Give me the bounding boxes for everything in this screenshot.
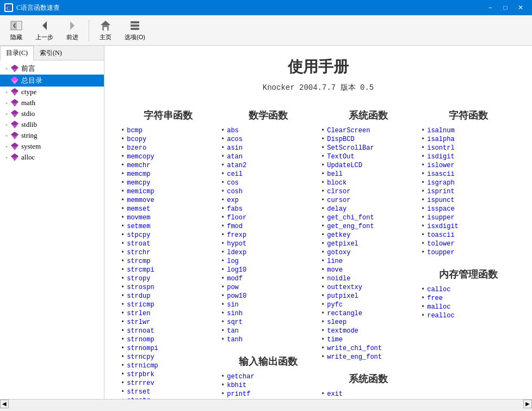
func-link[interactable]: fabs — [227, 205, 243, 213]
list-item[interactable]: get_chi_font — [321, 213, 416, 222]
func-link[interactable]: stropy — [127, 275, 150, 283]
list-item[interactable]: modf — [221, 274, 316, 283]
list-item[interactable]: write_chi_font — [321, 344, 416, 353]
home-button[interactable]: 主页 — [94, 16, 117, 44]
func-link[interactable]: delay — [327, 205, 347, 213]
func-link[interactable]: isxdigit — [427, 223, 459, 230]
func-link[interactable]: memmove — [127, 197, 154, 204]
func-link[interactable]: stroat — [127, 240, 150, 248]
list-item[interactable]: free — [421, 294, 516, 303]
func-link[interactable]: bcopy — [127, 136, 146, 143]
func-link[interactable]: strospn — [127, 284, 154, 291]
func-link[interactable]: get_eng_font — [327, 223, 374, 230]
func-link[interactable]: tolower — [427, 240, 454, 248]
func-link[interactable]: strcmpi — [127, 266, 154, 274]
list-item[interactable]: exp — [221, 196, 316, 205]
func-link[interactable]: free — [427, 295, 443, 302]
list-item[interactable]: fabs — [221, 205, 316, 213]
list-item[interactable]: strnompi — [121, 344, 215, 353]
func-link[interactable]: toascii — [427, 231, 454, 239]
list-item[interactable]: fmod — [221, 222, 316, 231]
list-item[interactable]: sin — [221, 300, 316, 309]
scroll-right-button[interactable]: ▶ — [523, 400, 532, 408]
list-item[interactable]: isontrl — [421, 144, 516, 152]
func-link[interactable]: memcmp — [127, 170, 150, 178]
func-link[interactable]: kbhit — [227, 382, 246, 389]
func-link[interactable]: cursor — [327, 197, 350, 204]
list-item[interactable]: realloc — [421, 311, 516, 320]
list-item[interactable]: kbhit — [221, 381, 316, 390]
list-item[interactable]: ceil — [221, 170, 316, 179]
func-link[interactable]: get_chi_font — [327, 214, 374, 222]
list-item[interactable]: toupper — [421, 248, 516, 257]
func-link[interactable]: memcopy — [127, 153, 154, 161]
func-link[interactable]: bzero — [127, 144, 146, 152]
func-link[interactable]: sinh — [227, 310, 243, 317]
func-link[interactable]: strnompi — [127, 345, 158, 352]
func-link[interactable]: movmem — [127, 214, 150, 222]
func-link[interactable]: printf — [227, 390, 250, 398]
tree-item-toc[interactable]: +总目录 — [0, 75, 104, 87]
list-item[interactable]: memcpy — [121, 179, 215, 187]
list-item[interactable]: itoa — [321, 398, 416, 399]
tree-expander[interactable]: + — [2, 109, 11, 118]
list-item[interactable]: memmove — [121, 196, 215, 205]
func-link[interactable]: tanh — [227, 336, 243, 343]
minimize-button[interactable]: − — [483, 2, 497, 13]
list-item[interactable]: cosh — [221, 187, 316, 196]
list-item[interactable]: exit — [321, 390, 416, 398]
func-link[interactable]: abs — [227, 127, 239, 134]
list-item[interactable]: bcopy — [121, 135, 215, 144]
func-link[interactable]: floor — [227, 214, 246, 222]
tree-expander[interactable]: + — [2, 76, 11, 85]
hide-button[interactable]: 隐藏 — [4, 16, 28, 44]
func-link[interactable]: strnomp — [127, 336, 154, 343]
func-link[interactable]: getchar — [227, 373, 254, 381]
list-item[interactable]: islower — [421, 161, 516, 170]
func-link[interactable]: setmem — [127, 223, 150, 230]
tree-item-alloc[interactable]: +alloc — [0, 152, 104, 163]
list-item[interactable]: isxdigit — [421, 222, 516, 231]
func-link[interactable]: time — [327, 336, 343, 343]
func-link[interactable]: textmode — [327, 327, 358, 335]
tab-index[interactable]: 索引(N) — [34, 46, 68, 60]
list-item[interactable]: isgraph — [421, 179, 516, 187]
func-link[interactable]: pow — [227, 284, 239, 291]
list-item[interactable]: SetScrollBar — [321, 144, 416, 152]
list-item[interactable]: memcopy — [121, 152, 215, 161]
list-item[interactable]: line — [321, 257, 416, 266]
list-item[interactable]: move — [321, 266, 416, 274]
func-link[interactable]: ClearScreen — [327, 127, 370, 134]
func-link[interactable]: pyfc — [327, 301, 343, 309]
list-item[interactable]: cursor — [321, 196, 416, 205]
func-link[interactable]: strpbrk — [127, 371, 154, 378]
tree-expander[interactable]: + — [2, 131, 11, 140]
list-item[interactable]: rectangle — [321, 309, 416, 318]
func-link[interactable]: memcpy — [127, 179, 150, 187]
func-link[interactable]: line — [327, 257, 343, 265]
list-item[interactable]: acos — [221, 135, 316, 144]
tree-expander[interactable]: + — [2, 64, 11, 73]
func-link[interactable]: islower — [427, 162, 454, 169]
list-item[interactable]: ClearScreen — [321, 126, 416, 135]
func-link[interactable]: move — [327, 266, 343, 274]
func-link[interactable]: memicmp — [127, 188, 154, 195]
list-item[interactable]: toascii — [421, 231, 516, 240]
tree-expander[interactable]: + — [2, 99, 11, 107]
func-link[interactable]: exp — [227, 197, 239, 204]
list-item[interactable]: isprint — [421, 187, 516, 196]
func-link[interactable]: strncpy — [127, 353, 154, 361]
list-item[interactable]: putpixel — [321, 292, 416, 300]
list-item[interactable]: getchar — [221, 372, 316, 381]
func-link[interactable]: sin — [227, 301, 239, 309]
tree-item-stdlib[interactable]: +stdlib — [0, 119, 104, 130]
func-link[interactable]: pow10 — [227, 292, 246, 300]
list-item[interactable]: gotoxy — [321, 248, 416, 257]
func-link[interactable]: bell — [327, 170, 343, 178]
func-link[interactable]: getpixel — [327, 240, 358, 248]
func-link[interactable]: acos — [227, 136, 243, 143]
func-link[interactable]: isspace — [427, 205, 454, 213]
list-item[interactable]: ldexp — [221, 248, 316, 257]
list-item[interactable]: pyfc — [321, 300, 416, 309]
tree-item-math[interactable]: +math — [0, 97, 104, 108]
